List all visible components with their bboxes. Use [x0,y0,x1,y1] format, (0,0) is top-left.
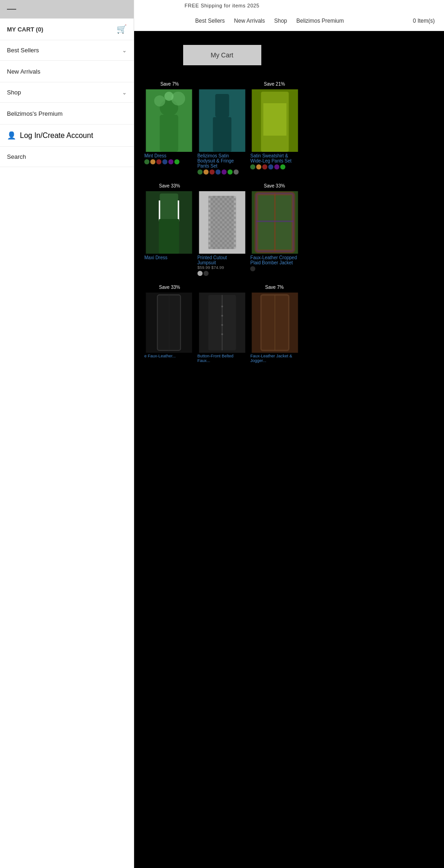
banner-text: FREE Shipping for items 2025 [185,3,259,8]
product-name: Mint Dress [143,153,195,158]
product-image [249,191,301,254]
my-cart-button[interactable]: My Cart [183,45,261,65]
sidebar-item-shop[interactable]: Shop ⌄ [0,82,134,103]
product-name: Satin Sweatshirt & Wide-Leg Pants Set [249,153,301,163]
nav-premium[interactable]: Belizimos Premium [296,18,344,24]
product-item[interactable]: Printed Cutout Jumpsuit $59.99 $74.99 [197,191,248,277]
product-name: Faux-Leather Cropped Plaid Bomber Jacket [249,255,301,265]
sidebar-account[interactable]: 👤 Log In/Create Account [0,125,134,147]
product-image [197,293,248,353]
chevron-down-icon: ⌄ [122,47,127,54]
swatch[interactable] [280,164,285,169]
swatch[interactable] [228,169,233,175]
save-badge-2 [196,79,248,87]
swatch[interactable] [144,159,149,164]
sidebar-cart-row[interactable]: MY CART (0) 🛒 [0,19,134,40]
product-swatches [143,158,195,165]
save-badge-5 [196,181,248,189]
swatch[interactable] [222,169,227,175]
product-swatches [249,163,301,170]
save-badge-1: Save 7% [143,79,196,87]
swatch[interactable] [204,271,209,276]
sidebar: MY CART (0) 🛒 Best Sellers ⌄ New Arrival… [0,0,134,868]
product-image [249,293,301,353]
save-badge-3: Save 21% [248,79,301,87]
nav-shop[interactable]: Shop [274,18,287,24]
sidebar-item-premium[interactable]: Belizimos's Premium [0,103,134,125]
svg-point-5 [164,92,173,101]
product-image [143,89,195,152]
swatch[interactable] [268,164,273,169]
svg-point-39 [221,333,223,335]
swatch[interactable] [256,164,261,169]
product-image [197,191,248,254]
swatch[interactable] [216,169,221,175]
product-price: $59.99 $74.99 [197,265,248,270]
account-label: Log In/Create Account [20,131,93,140]
product-swatches [197,270,248,277]
sidebar-close-icon[interactable] [7,9,16,10]
product-name: Faux-Leather Jacket & Jogger... [249,354,301,363]
cart-icon: 🛒 [117,24,127,34]
swatch[interactable] [204,169,209,175]
product-name: e Faux-Leather... [143,354,195,358]
account-icon: 👤 [7,131,16,140]
swatch[interactable] [150,159,155,164]
swatch[interactable] [274,164,279,169]
swatch[interactable] [262,164,267,169]
svg-point-36 [221,306,223,307]
svg-rect-22 [208,196,236,249]
swatch[interactable] [210,169,215,175]
product-name: Maxi Dress [143,255,195,260]
product-name: Belizimos Satin Bodysuit & Fringe Pants … [197,153,248,169]
save-badge-7: Save 33% [143,282,196,291]
product-item[interactable]: Belizimos Satin Bodysuit & Fringe Pants … [197,89,248,175]
swatch[interactable] [197,271,203,276]
product-image [197,89,248,152]
product-image [249,89,301,152]
sidebar-cart-label: MY CART (0) [7,26,43,33]
product-swatches [197,169,248,175]
swatch[interactable] [234,169,239,175]
product-name: Button-Front Belted Faux... [197,354,248,363]
svg-rect-13 [160,194,178,221]
nav-new-arrivals[interactable]: New Arrivals [234,18,265,24]
sidebar-item-best-sellers[interactable]: Best Sellers ⌄ [0,40,134,61]
product-item[interactable]: Faux-Leather Cropped Plaid Bomber Jacket [249,191,301,277]
product-item[interactable]: Mint Dress [143,89,195,175]
save-badge-6: Save 33% [248,181,301,189]
product-item[interactable]: e Faux-Leather... [143,293,195,363]
product-item[interactable]: Button-Front Belted Faux... [197,293,248,363]
sidebar-search[interactable]: Search [0,147,134,167]
svg-rect-14 [159,200,160,221]
swatch[interactable] [250,266,255,271]
product-image [143,293,195,353]
chevron-down-icon: ⌄ [122,89,127,96]
header-cart[interactable]: 0 Item(s) [413,18,435,24]
svg-point-4 [171,92,185,106]
svg-rect-7 [215,94,229,117]
svg-rect-2 [160,115,178,152]
save-badge-9: Save 7% [248,282,301,291]
swatch[interactable] [197,169,203,175]
save-badge-4: Save 33% [143,181,196,189]
product-swatches [249,265,301,272]
product-item[interactable]: Satin Sweatshirt & Wide-Leg Pants Set [249,89,301,175]
swatch[interactable] [156,159,161,164]
sidebar-item-new-arrivals[interactable]: New Arrivals [0,61,134,82]
product-image [143,191,195,254]
product-item[interactable]: Maxi Dress [143,191,195,277]
swatch[interactable] [168,159,173,164]
nav-best-sellers[interactable]: Best Sellers [195,18,225,24]
svg-rect-8 [213,117,231,152]
save-badge-8 [196,282,248,291]
swatch[interactable] [162,159,167,164]
product-item[interactable]: Faux-Leather Jacket & Jogger... [249,293,301,363]
header-nav: Best Sellers New Arrivals Shop Belizimos… [195,18,344,24]
svg-point-38 [221,324,223,326]
svg-rect-11 [264,103,287,136]
swatch[interactable] [250,164,255,169]
swatch[interactable] [174,159,179,164]
svg-rect-16 [159,219,179,254]
search-label: Search [7,153,26,160]
